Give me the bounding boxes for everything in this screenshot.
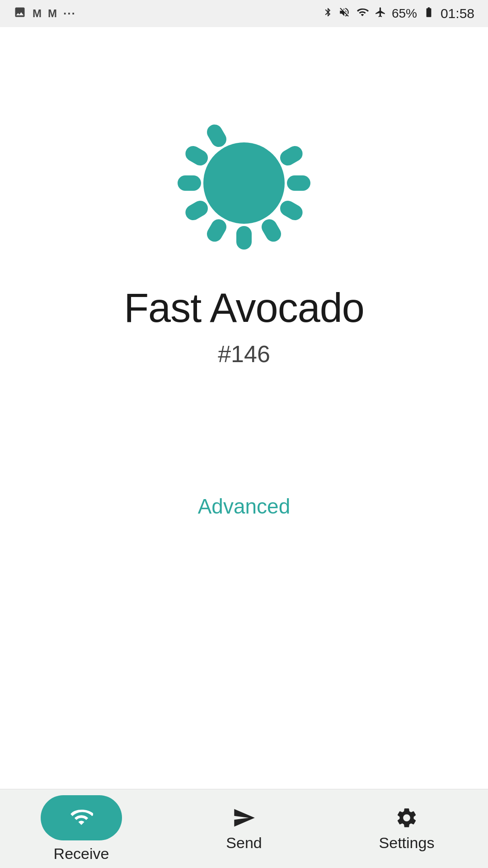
status-left-icons: M M ··· bbox=[14, 6, 76, 22]
main-content: Fast Avocado #146 Advanced bbox=[0, 27, 488, 789]
svg-rect-8 bbox=[204, 217, 229, 245]
receive-button[interactable] bbox=[41, 795, 122, 840]
svg-rect-7 bbox=[236, 226, 252, 250]
bottom-navigation: Receive Send Settings bbox=[0, 789, 488, 868]
svg-rect-3 bbox=[277, 143, 305, 168]
app-title: Fast Avocado bbox=[124, 285, 364, 331]
svg-rect-10 bbox=[178, 175, 201, 191]
nav-item-receive[interactable]: Receive bbox=[0, 795, 163, 863]
svg-rect-6 bbox=[259, 217, 284, 245]
svg-rect-9 bbox=[183, 198, 211, 223]
app-logo bbox=[169, 108, 319, 258]
settings-label: Settings bbox=[379, 834, 435, 852]
battery-percentage: 65% bbox=[392, 6, 417, 21]
wifi-status-icon bbox=[356, 6, 369, 21]
app-id: #146 bbox=[218, 340, 270, 368]
battery-icon bbox=[422, 6, 435, 21]
svg-rect-5 bbox=[277, 198, 305, 223]
status-time: 01:58 bbox=[441, 6, 474, 21]
nav-item-settings[interactable]: Settings bbox=[325, 806, 488, 852]
wifi-icon bbox=[70, 805, 93, 830]
svg-rect-12 bbox=[204, 122, 229, 150]
receive-label: Receive bbox=[54, 845, 109, 863]
more-icon: ··· bbox=[63, 7, 76, 21]
mute-icon bbox=[338, 6, 350, 21]
send-icon bbox=[232, 806, 256, 830]
nav-item-send[interactable]: Send bbox=[163, 806, 325, 852]
svg-point-0 bbox=[203, 142, 285, 224]
bluetooth-icon bbox=[323, 6, 333, 22]
airplane-icon bbox=[375, 6, 386, 21]
status-right-icons: 65% 01:58 bbox=[323, 6, 474, 22]
gmail-alt-icon: M bbox=[48, 7, 57, 20]
send-label: Send bbox=[226, 834, 262, 852]
gmail-icon: M bbox=[33, 7, 42, 20]
advanced-button[interactable]: Advanced bbox=[198, 494, 291, 519]
svg-rect-4 bbox=[287, 175, 310, 191]
svg-rect-11 bbox=[183, 143, 211, 168]
settings-icon bbox=[395, 806, 418, 830]
status-bar: M M ··· 65% bbox=[0, 0, 488, 27]
image-icon bbox=[14, 6, 26, 22]
